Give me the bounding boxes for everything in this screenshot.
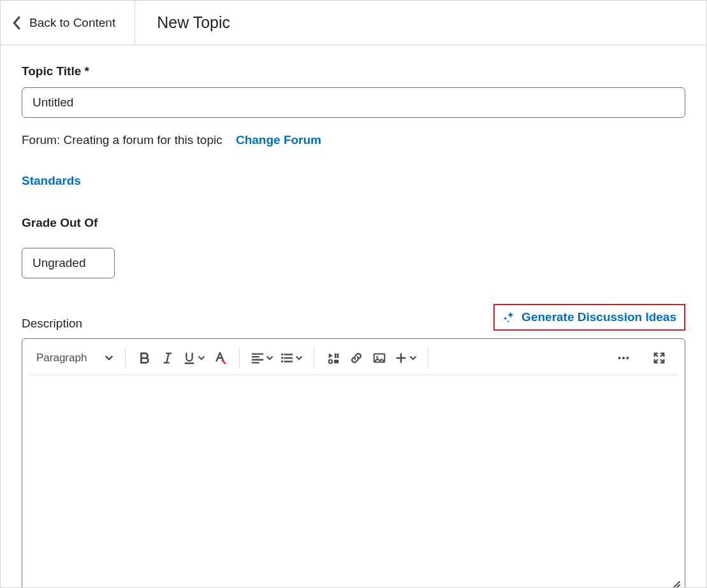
- list-button[interactable]: [277, 347, 306, 369]
- chevron-down-icon: [266, 354, 273, 362]
- fullscreen-button[interactable]: [648, 347, 671, 369]
- separator: [314, 348, 314, 368]
- editor-toolbar: Paragraph: [29, 341, 678, 375]
- grade-section: Grade Out Of: [22, 216, 685, 278]
- underline-button[interactable]: [179, 347, 208, 369]
- svg-point-8: [376, 356, 378, 358]
- editor-textarea[interactable]: [22, 375, 685, 588]
- italic-button[interactable]: [156, 347, 179, 369]
- plus-icon: [394, 351, 408, 365]
- underline-icon: [182, 351, 196, 365]
- chevron-down-icon: [105, 354, 113, 362]
- back-to-content-button[interactable]: Back to Content: [1, 1, 135, 45]
- list-icon: [280, 351, 294, 365]
- link-icon: [349, 351, 363, 365]
- forum-text: Creating a forum for this topic: [63, 133, 222, 147]
- bold-icon: [138, 351, 152, 365]
- topic-title-input[interactable]: [22, 87, 685, 118]
- align-left-icon: [251, 351, 265, 365]
- align-button[interactable]: [247, 347, 277, 369]
- insert-more-button[interactable]: [391, 347, 420, 369]
- insert-stuff-icon: [326, 351, 340, 365]
- svg-point-2: [281, 361, 283, 362]
- description-row: Description Generate Discussion Ideas: [22, 304, 685, 331]
- sparkle-icon: [502, 310, 516, 324]
- grade-out-of-label: Grade Out Of: [22, 216, 685, 230]
- svg-point-1: [281, 357, 283, 359]
- paragraph-label: Paragraph: [36, 352, 87, 364]
- svg-rect-6: [334, 360, 339, 364]
- insert-stuff-button[interactable]: [322, 347, 345, 369]
- forum-row: Forum: Creating a forum for this topic C…: [22, 133, 685, 147]
- change-forum-link[interactable]: Change Forum: [236, 133, 321, 147]
- svg-rect-4: [337, 354, 339, 358]
- content-area: Topic Title * Forum: Creating a forum fo…: [1, 45, 706, 588]
- header: Back to Content New Topic: [1, 1, 706, 45]
- grade-out-of-input[interactable]: [22, 248, 115, 278]
- description-label: Description: [22, 317, 82, 331]
- description-editor: Paragraph: [22, 338, 685, 588]
- font-color-icon: [213, 351, 227, 365]
- chevron-down-icon: [198, 354, 205, 362]
- svg-point-5: [329, 360, 333, 364]
- font-color-button[interactable]: [208, 347, 231, 369]
- generate-discussion-ideas-button[interactable]: Generate Discussion Ideas: [493, 304, 685, 331]
- separator: [428, 348, 428, 368]
- svg-point-9: [618, 357, 620, 359]
- topic-title-label: Topic Title *: [22, 64, 685, 78]
- svg-point-10: [622, 357, 625, 359]
- svg-point-0: [281, 354, 283, 355]
- italic-icon: [161, 351, 175, 365]
- separator: [239, 348, 240, 368]
- more-actions-button[interactable]: [612, 347, 635, 369]
- ellipsis-icon: [616, 351, 630, 365]
- chevron-down-icon: [409, 354, 417, 362]
- generate-label: Generate Discussion Ideas: [521, 310, 676, 324]
- chevron-left-icon: [12, 16, 20, 30]
- resize-handle[interactable]: [668, 579, 681, 588]
- resize-icon: [668, 579, 681, 588]
- svg-point-11: [626, 357, 629, 359]
- forum-prefix: Forum:: [22, 133, 63, 147]
- paragraph-style-dropdown[interactable]: Paragraph: [36, 352, 117, 364]
- chevron-down-icon: [295, 354, 303, 362]
- insert-image-button[interactable]: [368, 347, 391, 369]
- page-title: New Topic: [135, 13, 252, 32]
- svg-rect-3: [335, 354, 337, 358]
- image-icon: [372, 351, 386, 365]
- fullscreen-icon: [652, 351, 666, 365]
- separator: [125, 348, 126, 368]
- standards-link[interactable]: Standards: [22, 174, 685, 188]
- back-label: Back to Content: [29, 16, 115, 30]
- insert-link-button[interactable]: [345, 347, 368, 369]
- bold-button[interactable]: [133, 347, 156, 369]
